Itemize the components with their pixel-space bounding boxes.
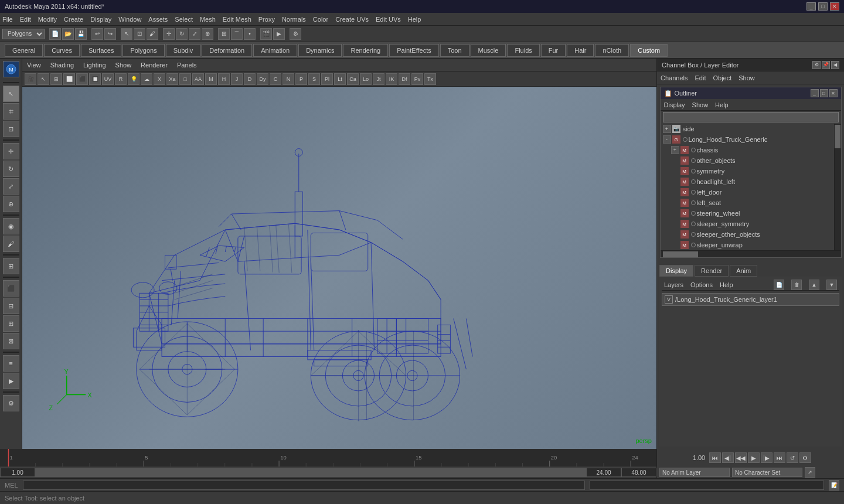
pb-go-start[interactable]: ⏮: [709, 452, 721, 463]
close-button[interactable]: ✕: [830, 2, 839, 11]
shelf-tab-dynamics[interactable]: Dynamics: [298, 44, 342, 57]
menu-modify[interactable]: Modify: [38, 16, 57, 23]
tb-ipr[interactable]: ▶: [273, 28, 285, 40]
shelf-tab-hair[interactable]: Hair: [567, 44, 594, 57]
menu-color[interactable]: Color: [313, 16, 328, 23]
vp-menu-shading[interactable]: Shading: [50, 62, 74, 69]
mode-select[interactable]: Polygons: [2, 29, 45, 39]
outl-menu-show[interactable]: Show: [692, 101, 709, 108]
tb-snap-grid[interactable]: ⊞: [218, 28, 230, 40]
outliner-horizontal-scrollbar[interactable]: [661, 250, 841, 257]
vp-tb-xray[interactable]: X: [154, 73, 165, 85]
outl-menu-display[interactable]: Display: [664, 101, 685, 108]
pb-play-back[interactable]: ◀◀: [735, 452, 747, 463]
outliner-item-other-objects[interactable]: + M other_objects: [661, 155, 834, 166]
lt-paint-select[interactable]: ⊡: [3, 121, 19, 137]
tb-settings[interactable]: ⚙: [290, 28, 301, 40]
pb-loop[interactable]: ↺: [787, 452, 798, 463]
menu-window[interactable]: Window: [118, 16, 141, 23]
outliner-item-symmetry[interactable]: + M symmetry: [661, 166, 834, 176]
char-set-dropdown[interactable]: No Character Set: [732, 468, 802, 477]
vp-tb-pivots[interactable]: Pv: [411, 73, 423, 85]
vp-tb-cameras[interactable]: Ca: [347, 73, 359, 85]
vp-tb-joints[interactable]: J: [231, 73, 243, 85]
range-end-field[interactable]: 24.00: [586, 468, 621, 477]
vp-tb-textures[interactable]: Tx: [424, 73, 436, 85]
menu-edituvs[interactable]: Edit UVs: [376, 16, 401, 23]
vp-tb-resolution[interactable]: □: [179, 73, 191, 85]
tb-undo[interactable]: ↩: [91, 28, 103, 40]
shelf-tab-fluids[interactable]: Fluids: [507, 44, 539, 57]
layer-visibility[interactable]: V: [665, 295, 673, 304]
anim-layer-dropdown[interactable]: No Anim Layer: [659, 468, 730, 477]
vp-tb-locators[interactable]: Lo: [360, 73, 372, 85]
pb-anim-options[interactable]: ⚙: [799, 452, 811, 463]
cb-expand-icon[interactable]: ◀: [831, 61, 839, 69]
vp-tb-shaded[interactable]: ⬛: [76, 73, 88, 85]
cb-menu-edit[interactable]: Edit: [695, 74, 706, 81]
vp-tb-uvtex[interactable]: UV: [102, 73, 114, 85]
menu-createuvs[interactable]: Create UVs: [335, 16, 369, 23]
tb-move[interactable]: ✛: [163, 28, 175, 40]
lt-layout4[interactable]: ⊠: [3, 333, 19, 349]
shelf-tab-polygons[interactable]: Polygons: [122, 44, 164, 57]
tb-lasso[interactable]: ⊡: [134, 28, 145, 40]
shelf-tab-animation[interactable]: Animation: [253, 44, 297, 57]
vp-tb-camtools[interactable]: 🎥: [25, 73, 36, 85]
cb-menu-show[interactable]: Show: [738, 74, 755, 81]
vp-tb-renderer[interactable]: R: [115, 73, 127, 85]
vp-tb-handles[interactable]: H: [218, 73, 230, 85]
expand-side[interactable]: +: [663, 125, 671, 133]
expand-chassis[interactable]: +: [671, 146, 679, 154]
viewport-3d[interactable]: X Y Z persp: [22, 87, 656, 449]
vp-tb-joints2[interactable]: Jt: [373, 73, 384, 85]
tb-render[interactable]: 🎬: [260, 28, 272, 40]
outliner-close[interactable]: ✕: [829, 89, 838, 97]
menu-assets[interactable]: Assets: [148, 16, 168, 23]
outliner-item-left-seat[interactable]: + M left_seat: [661, 197, 834, 208]
cb-icon-new-layer[interactable]: 📄: [774, 280, 784, 290]
shelf-tab-fur[interactable]: Fur: [541, 44, 566, 57]
vp-menu-panels[interactable]: Panels: [177, 62, 197, 69]
lt-select-tool[interactable]: ↖: [3, 86, 19, 102]
range-start-field[interactable]: 1.00: [0, 468, 35, 477]
vp-menu-show[interactable]: Show: [115, 62, 132, 69]
cb-tab-anim[interactable]: Anim: [730, 265, 757, 277]
vp-tb-xray-anim[interactable]: Xa: [166, 73, 178, 85]
shelf-tab-rendering[interactable]: Rendering: [343, 44, 388, 57]
cb-icon-layer-down[interactable]: ▼: [826, 280, 837, 290]
outliner-hscroll-thumb[interactable]: [663, 251, 698, 257]
command-line-input[interactable]: [23, 481, 585, 490]
pb-step-fwd[interactable]: |▶: [761, 452, 772, 463]
menu-help[interactable]: Help: [408, 16, 421, 23]
vp-menu-view[interactable]: View: [27, 62, 41, 69]
tb-snap-curve[interactable]: ⌒: [231, 28, 243, 40]
tb-open[interactable]: 📂: [62, 28, 74, 40]
outliner-maximize[interactable]: □: [820, 89, 828, 97]
layer-entry[interactable]: V /Long_Hood_Truck_Generic_layer1: [662, 293, 839, 306]
menu-mesh[interactable]: Mesh: [200, 16, 216, 23]
outl-menu-help[interactable]: Help: [715, 101, 729, 108]
vp-tb-grid[interactable]: ⊞: [50, 73, 62, 85]
cb-settings-icon[interactable]: ⚙: [812, 61, 821, 69]
lt-layers[interactable]: ≡: [3, 355, 19, 372]
menu-display[interactable]: Display: [90, 16, 111, 23]
vp-tb-shadow[interactable]: ☁: [141, 73, 152, 85]
menu-create[interactable]: Create: [64, 16, 83, 23]
outliner-search-input[interactable]: [663, 112, 839, 122]
outliner-item-side[interactable]: + 📷 side: [661, 124, 834, 134]
menu-editmesh[interactable]: Edit Mesh: [223, 16, 251, 23]
outliner-item-left-door[interactable]: + M left_door: [661, 187, 834, 197]
tb-save[interactable]: 💾: [75, 28, 87, 40]
vp-tb-aa[interactable]: AA: [192, 73, 204, 85]
pb-go-end[interactable]: ⏭: [774, 452, 785, 463]
shelf-tab-subdivs[interactable]: Subdiv: [166, 44, 201, 57]
timeline-ruler[interactable]: 1 5 10: [0, 449, 656, 466]
tb-paint[interactable]: 🖌: [147, 28, 158, 40]
cb-pin-icon[interactable]: 📌: [822, 61, 830, 69]
cb-menu-channels[interactable]: Channels: [661, 74, 688, 81]
shelf-tab-surfaces[interactable]: Surfaces: [81, 44, 121, 57]
cb-menu-object[interactable]: Object: [713, 74, 731, 81]
cb-icon-delete-layer[interactable]: 🗑: [791, 280, 802, 290]
lt-rotate-tool[interactable]: ↻: [3, 161, 19, 177]
